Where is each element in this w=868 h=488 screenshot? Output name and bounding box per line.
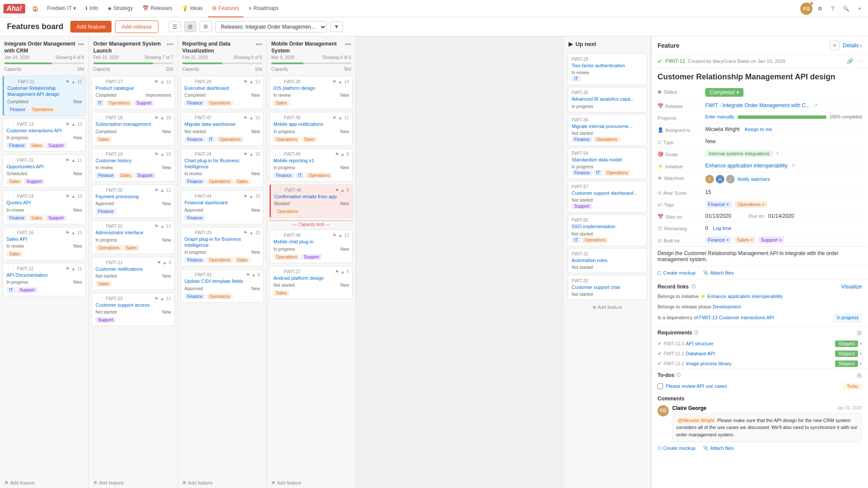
add-feature-row[interactable]: ⊕ Add feature bbox=[0, 477, 89, 488]
nav-releases-button[interactable]: 📅 Releases bbox=[138, 0, 177, 17]
nav-features-button[interactable]: ⊞ Features bbox=[208, 0, 243, 17]
goal-remove-icon[interactable]: × bbox=[776, 151, 779, 157]
up-next-card-title[interactable]: Standardize data model bbox=[572, 157, 643, 163]
card-FWIT-44[interactable]: ⋮⋮ FWIT-44 ⚑ ▲ 10 Financial dashboard Ap… bbox=[181, 190, 264, 224]
up-next-card-FWIT-31[interactable]: FWIT-31 Automation rules Not started bbox=[568, 248, 647, 273]
up-next-card-title[interactable]: Two-factor authentication bbox=[572, 62, 643, 69]
development-link[interactable]: Development bbox=[713, 304, 741, 309]
up-next-card-title[interactable]: Advanced BI analytics capa... bbox=[572, 96, 643, 102]
filter-button[interactable]: ▼ bbox=[330, 21, 343, 32]
card-title[interactable]: Confirmation emails from app bbox=[274, 193, 349, 200]
card-title[interactable]: Financial dashboard bbox=[184, 200, 260, 206]
card-title[interactable]: Mobile app notifications bbox=[273, 121, 349, 127]
add-feature-row[interactable]: ⊕ Add feature bbox=[89, 477, 178, 488]
card-FWIT-17[interactable]: ⋮⋮ FWIT-17 ⚑ ▲ 12 Product catalogue Comp… bbox=[92, 76, 175, 109]
up-next-card-FWIT-54[interactable]: FWIT-54 Standardize data model In progre… bbox=[568, 147, 647, 179]
up-next-card-FWIT-56[interactable]: FWIT-56 Migrate internal procureme... No… bbox=[568, 114, 647, 146]
req2-title[interactable]: Database API bbox=[686, 351, 715, 356]
settings-view-button[interactable]: ⚙ bbox=[200, 21, 212, 32]
card-title[interactable]: Update CSV template fields bbox=[184, 278, 260, 284]
todo1-title[interactable]: Please review API use cases bbox=[666, 383, 727, 389]
column-menu-button[interactable]: ••• bbox=[345, 41, 351, 48]
built-sales-remove[interactable]: × bbox=[750, 237, 753, 242]
req1-status[interactable]: Shipped bbox=[835, 341, 858, 347]
req2-dropdown-icon[interactable]: ▾ bbox=[860, 351, 862, 356]
column-menu-button[interactable]: ••• bbox=[78, 41, 84, 48]
detail-more-link[interactable]: Details › bbox=[843, 43, 862, 49]
card-title[interactable]: Chart plug-in for Business Intelligence bbox=[184, 157, 260, 170]
tag-operations-remove[interactable]: × bbox=[762, 202, 765, 207]
req3-status[interactable]: Shipped bbox=[835, 360, 858, 367]
nav-home-button[interactable]: 🏠 bbox=[29, 4, 42, 13]
card-FWIT-11[interactable]: ⋮⋮ FWIT-11 ⚑ ▲ 15 Customer Relationship … bbox=[3, 76, 86, 116]
todos-add-icon[interactable]: ⊞ bbox=[857, 372, 862, 379]
card-title[interactable]: Payment processing bbox=[95, 193, 171, 200]
more-icon[interactable]: ⋯ bbox=[857, 58, 862, 64]
card-title[interactable]: Mobile reporting v1 bbox=[273, 157, 349, 164]
card-title[interactable]: Customer Relationship Management API des… bbox=[7, 85, 82, 98]
card-title[interactable]: Customer support access bbox=[95, 302, 171, 308]
user-avatar[interactable]: FG bbox=[800, 3, 812, 15]
card-title[interactable]: Executive dashboard bbox=[184, 85, 260, 91]
card-FWIT-25[interactable]: ⋮⋮ FWIT-25 ⚑ ▲ 10 Graph plug-in for Busi… bbox=[181, 227, 264, 267]
req2-status[interactable]: Shipped bbox=[835, 350, 858, 357]
card-FWIT-45[interactable]: ⋮⋮ FWIT-45 ⚑ ▲ 11 Mobile app notificatio… bbox=[270, 112, 353, 145]
card-title[interactable]: iOS platform design bbox=[273, 85, 349, 91]
card-title[interactable]: Customer notifications bbox=[95, 266, 171, 272]
card-title[interactable]: Android platform design bbox=[273, 275, 349, 281]
req1-dropdown-icon[interactable]: ▾ bbox=[860, 341, 862, 346]
card-FWIT-26[interactable]: ⋮⋮ FWIT-26 ⚑ ▲ 13 Executive dashboard Co… bbox=[181, 76, 264, 109]
nav-info-button[interactable]: ℹ Info bbox=[81, 0, 102, 17]
up-next-card-FWIT-32[interactable]: FWIT-32 Customer support chat Not starte… bbox=[568, 275, 647, 300]
up-next-card-title[interactable]: Automation rules bbox=[572, 257, 643, 263]
card-title[interactable]: Migrate data warehouse bbox=[184, 121, 260, 127]
card-FWIT-16[interactable]: ⋮⋮ FWIT-16 ⚑ ▲ 10 Sales API In review Ne… bbox=[3, 227, 86, 260]
detail-close-button[interactable]: × bbox=[830, 41, 839, 50]
add-feature-up-next[interactable]: ⊕ Add feature bbox=[564, 302, 651, 313]
notify-watchers-link[interactable]: Notify watchers bbox=[737, 177, 770, 182]
card-FWIT-43[interactable]: ⋮⋮ FWIT-43 ⚑ ▲ 8 Update CSV template fie… bbox=[181, 269, 264, 302]
card-title[interactable]: Product catalogue bbox=[95, 85, 171, 91]
initiative-link-record[interactable]: Enhance application interoperability bbox=[707, 294, 783, 299]
comment-attach-link[interactable]: 📎 Attach files bbox=[703, 445, 734, 451]
card-title[interactable]: API Documentation bbox=[7, 272, 82, 278]
card-FWIT-18[interactable]: ⋮⋮ FWIT-18 ⚑ ▲ 18 Subscription managemen… bbox=[92, 112, 175, 145]
release-filter-select[interactable]: Releases: Integrate Order Managemen... bbox=[215, 21, 327, 33]
link-icon[interactable]: 🔗 bbox=[847, 58, 853, 64]
enter-manually-link[interactable]: Enter manually bbox=[705, 115, 734, 119]
todo1-checkbox[interactable] bbox=[658, 383, 663, 389]
card-FWIT-12[interactable]: ⋮⋮ FWIT-12 ⚑ ▲ 11 API Documentation In p… bbox=[3, 263, 86, 296]
card-title[interactable]: Subscription management bbox=[95, 121, 171, 127]
tag-finance-remove[interactable]: × bbox=[726, 202, 729, 207]
status-badge[interactable]: Completed ▾ bbox=[705, 88, 743, 97]
add-feature-row[interactable]: ⊕ Add feature bbox=[178, 477, 266, 488]
card-title[interactable]: Opportunities API bbox=[7, 164, 82, 170]
up-next-card-title[interactable]: Customer support dashboard... bbox=[572, 190, 643, 196]
card-FWIT-24[interactable]: ⋮⋮ FWIT-24 ⚑ ▲ 10 Chart plug-in for Busi… bbox=[181, 148, 264, 188]
add-feature-button[interactable]: Add feature bbox=[70, 21, 112, 33]
req3-dropdown-icon[interactable]: ▾ bbox=[860, 361, 862, 366]
up-next-card-title[interactable]: Customer support chat bbox=[572, 284, 643, 290]
column-menu-button[interactable]: ••• bbox=[167, 41, 173, 48]
up-next-card-title[interactable]: Migrate internal procureme... bbox=[572, 123, 643, 129]
card-FWIT-46[interactable]: ⋮⋮ FWIT-46 ⚑ ▲ 8 Confirmation emails fro… bbox=[270, 184, 353, 218]
card-title[interactable]: Graph plug-in for Business Intelligence bbox=[184, 236, 260, 249]
log-time-link[interactable]: Log time bbox=[713, 226, 731, 231]
card-title[interactable]: Administrator interface bbox=[95, 229, 171, 236]
card-title[interactable]: Sales API bbox=[7, 236, 82, 242]
card-title[interactable]: Customer history bbox=[95, 157, 171, 164]
card-FWIT-13[interactable]: ⋮⋮ FWIT-13 ⚑ ▲ 13 Customer interactions … bbox=[3, 118, 86, 152]
initiative-link[interactable]: Enhance application interoperability bbox=[705, 163, 787, 169]
card-FWIT-14[interactable]: ⋮⋮ FWIT-14 ⚑ ▲ 10 Quotes API In review N… bbox=[3, 190, 86, 224]
search-button[interactable]: 🔍 bbox=[839, 4, 853, 13]
up-next-card-FWIT-29[interactable]: FWIT-29 Two-factor authentication In rev… bbox=[568, 53, 647, 85]
up-next-header[interactable]: ▶ Up next bbox=[564, 36, 651, 52]
nav-fredwin-button[interactable]: Fredwin IT ▾ bbox=[43, 0, 81, 17]
up-next-card-FWIT-30[interactable]: FWIT-30 Advanced BI analytics capa... In… bbox=[568, 87, 647, 112]
card-FWIT-20[interactable]: ⋮⋮ FWIT-20 ⚑ ▲ 11 Payment processing App… bbox=[92, 184, 175, 218]
create-mockup-link[interactable]: ◻ Create mockup bbox=[658, 270, 696, 275]
add-feature-row[interactable]: ⊕ Add feature bbox=[267, 477, 355, 488]
app-logo[interactable]: Aha! bbox=[3, 4, 25, 13]
card-FWIT-49[interactable]: ⋮⋮ FWIT-49 ⚑ ▲ 8 Mobile reporting v1 In … bbox=[270, 148, 353, 182]
assign-me-link[interactable]: Assign to me bbox=[744, 127, 772, 132]
